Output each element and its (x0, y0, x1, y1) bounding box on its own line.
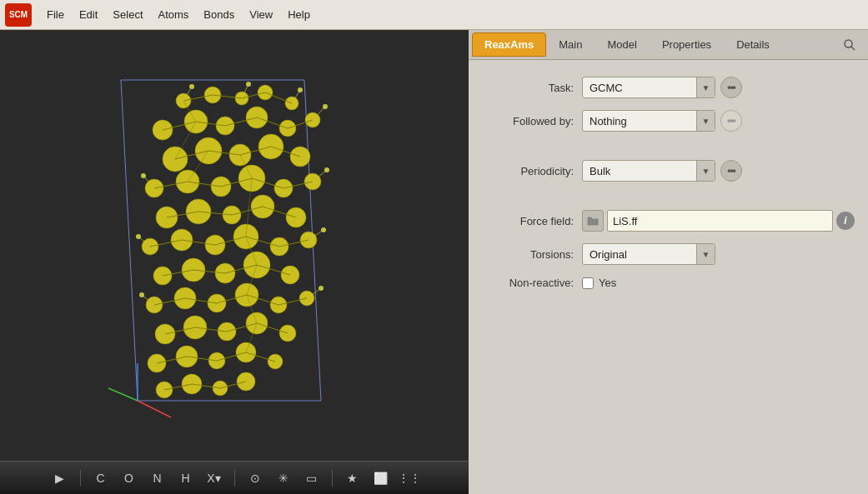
nitrogen-button[interactable]: N (148, 468, 168, 488)
hydrogen-button[interactable]: H (176, 468, 196, 488)
sep2 (234, 470, 235, 487)
bookmark-button[interactable]: ★ (343, 468, 363, 488)
slab-button[interactable]: ▭ (302, 468, 322, 488)
main-layout: ▶ C O N H X▾ ⊙ ✳ ▭ ★ ⬜ ⋮⋮ ReaxAms Main M… (0, 30, 868, 494)
torsions-row: Torsions: Original ▼ (482, 243, 855, 265)
svg-point-133 (246, 82, 251, 87)
tab-main[interactable]: Main (546, 32, 595, 57)
periodicity-more-btn[interactable]: ••• (720, 160, 742, 182)
task-row: Task: GCMC ▼ ••• (482, 77, 855, 98)
periodicity-control: Bulk ▼ ••• (582, 160, 855, 182)
tab-reaxams[interactable]: ReaxAms (472, 32, 546, 57)
menu-atoms[interactable]: Atoms (152, 5, 196, 24)
viewer-panel: ▶ C O N H X▾ ⊙ ✳ ▭ ★ ⬜ ⋮⋮ (0, 30, 469, 494)
play-button[interactable]: ▶ (50, 468, 70, 488)
svg-point-142 (845, 40, 852, 47)
carbon-button[interactable]: C (91, 468, 111, 488)
right-panel: ReaxAms Main Model Properties Details Ta… (469, 30, 868, 494)
force-field-control: i (582, 210, 855, 232)
followed-by-more-btn[interactable]: ••• (720, 110, 742, 132)
non-reactive-checkbox[interactable] (582, 277, 594, 289)
other-element-button[interactable]: X▾ (204, 468, 224, 488)
menu-view[interactable]: View (243, 5, 279, 24)
non-reactive-control: Yes (582, 277, 616, 289)
svg-point-138 (319, 286, 324, 291)
followed-by-label: Followed by: (482, 115, 574, 127)
svg-point-137 (321, 227, 326, 232)
tab-properties[interactable]: Properties (650, 32, 724, 57)
tab-bar: ReaxAms Main Model Properties Details (469, 30, 868, 60)
task-label: Task: (482, 82, 574, 94)
followed-by-dropdown-arrow[interactable]: ▼ (696, 111, 715, 131)
periodicity-label: Periodicity: (482, 165, 574, 177)
bottom-toolbar: ▶ C O N H X▾ ⊙ ✳ ▭ ★ ⬜ ⋮⋮ (0, 461, 469, 494)
svg-point-139 (141, 173, 146, 178)
torsions-dropdown-arrow[interactable]: ▼ (696, 244, 715, 264)
periodicity-value: Bulk (583, 165, 696, 177)
followed-by-row: Followed by: Nothing ▼ ••• (482, 110, 855, 132)
force-field-folder-btn[interactable] (582, 210, 604, 232)
force-field-info-btn[interactable]: i (836, 212, 855, 230)
task-control: GCMC ▼ ••• (582, 77, 855, 98)
ring-button[interactable]: ⊙ (245, 468, 265, 488)
sep1 (80, 470, 81, 487)
svg-point-135 (323, 104, 328, 109)
more-options-button[interactable]: ⋮⋮ (399, 468, 419, 488)
more-dots-icon2: ••• (727, 115, 735, 127)
non-reactive-row: Non-reactive: Yes (482, 277, 855, 289)
menu-bonds[interactable]: Bonds (197, 5, 241, 24)
tab-model[interactable]: Model (595, 32, 649, 57)
menu-help[interactable]: Help (281, 5, 317, 24)
more-dots-icon: ••• (727, 82, 735, 93)
search-button[interactable] (838, 33, 861, 57)
task-dropdown-arrow[interactable]: ▼ (696, 77, 715, 97)
task-more-btn[interactable]: ••• (720, 77, 742, 98)
force-field-label: Force field: (482, 215, 574, 227)
menu-select[interactable]: Select (106, 5, 149, 24)
force-field-row: Force field: i (482, 210, 855, 232)
svg-point-141 (139, 292, 144, 297)
non-reactive-label: Non-reactive: (482, 277, 574, 289)
torsions-control: Original ▼ (582, 243, 855, 265)
periodicity-row: Periodicity: Bulk ▼ ••• (482, 160, 855, 182)
task-value: GCMC (583, 82, 696, 94)
crystal-button[interactable]: ✳ (273, 468, 294, 488)
more-dots-icon3: ••• (727, 165, 735, 177)
scm-logo: SCM (5, 3, 32, 27)
svg-line-143 (851, 47, 855, 50)
info-icon: i (844, 215, 846, 227)
periodicity-dropdown[interactable]: Bulk ▼ (582, 160, 715, 182)
followed-by-value: Nothing (583, 115, 696, 127)
snapshot-button[interactable]: ⬜ (371, 468, 391, 488)
molecule-canvas[interactable] (0, 30, 469, 484)
menu-file[interactable]: File (40, 5, 71, 24)
spacer2 (482, 193, 855, 198)
followed-by-control: Nothing ▼ ••• (582, 110, 855, 132)
svg-rect-0 (0, 30, 469, 484)
oxygen-button[interactable]: O (119, 468, 139, 488)
task-dropdown[interactable]: GCMC ▼ (582, 77, 715, 98)
tab-details[interactable]: Details (724, 32, 782, 57)
torsions-value: Original (583, 248, 696, 261)
spacer (482, 143, 855, 148)
non-reactive-yes-label: Yes (599, 277, 616, 289)
svg-point-134 (298, 87, 303, 92)
menubar: SCM File Edit Select Atoms Bonds View He… (0, 0, 868, 30)
form-area: Task: GCMC ▼ ••• Followed by: Nothing (469, 60, 868, 306)
sep3 (332, 470, 333, 487)
svg-point-132 (189, 84, 194, 89)
menu-edit[interactable]: Edit (73, 5, 104, 24)
force-field-input[interactable] (607, 210, 833, 232)
followed-by-dropdown[interactable]: Nothing ▼ (582, 110, 715, 132)
svg-point-140 (136, 234, 141, 239)
torsions-label: Torsions: (482, 248, 574, 261)
torsions-dropdown[interactable]: Original ▼ (582, 243, 715, 265)
periodicity-dropdown-arrow[interactable]: ▼ (696, 161, 715, 181)
svg-point-136 (324, 167, 329, 172)
